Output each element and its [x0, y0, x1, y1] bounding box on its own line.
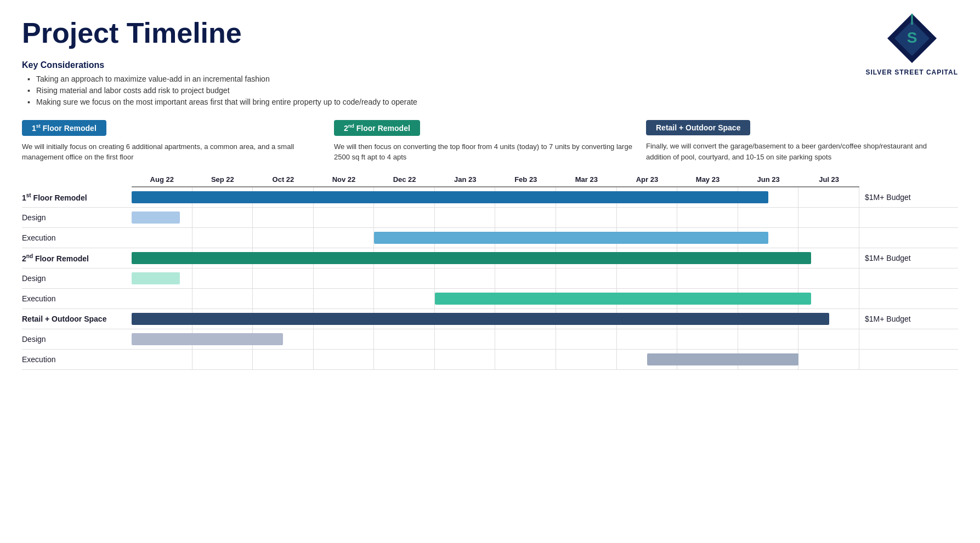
- gantt-bars-area-5: [132, 289, 859, 308]
- gantt-bar-3: [132, 252, 811, 264]
- gantt-row-4: Design: [22, 268, 958, 289]
- page-title: Project Timeline: [22, 16, 958, 49]
- gantt-row-8: Execution: [22, 350, 958, 370]
- month-header-4: Dec 22: [374, 173, 435, 187]
- gantt-bar-5: [435, 293, 811, 305]
- gantt-bars-area-4: [132, 268, 859, 288]
- gantt-row-label-7: Design: [22, 333, 132, 346]
- phase-badge-1: 1st Floor Remodel: [22, 120, 106, 136]
- month-header-5: Jan 23: [435, 173, 496, 187]
- gantt-section: Aug 22Sep 22Oct 22Nov 22Dec 22Jan 23Feb …: [22, 173, 958, 370]
- gantt-row-5: Execution: [22, 289, 958, 309]
- key-considerations-list: Taking an approach to maximize value-add…: [22, 75, 958, 106]
- phase-desc-3: Finally, we will convert the garage/base…: [646, 141, 947, 162]
- gantt-bars-area-7: [132, 329, 859, 349]
- bracket-icon: [851, 309, 862, 370]
- consideration-item: Rising material and labor costs add risk…: [27, 86, 958, 95]
- gantt-bars-area-8: [132, 350, 859, 369]
- gantt-bar-0: [132, 191, 768, 203]
- phase-desc-2: We will then focus on converting the top…: [334, 141, 635, 163]
- phase-headers: 1st Floor Remodel We will initially focu…: [22, 120, 958, 163]
- gantt-bars-area-1: [132, 208, 859, 227]
- month-header-2: Oct 22: [253, 173, 314, 187]
- bracket-icon: [851, 187, 862, 248]
- gantt-row-label-6: Retail + Outdoor Space: [22, 312, 132, 325]
- phase-col-3: Retail + Outdoor Space Finally, we will …: [646, 120, 958, 163]
- logo-area: S SILVER STREET CAPITAL: [865, 11, 958, 76]
- gantt-row-label-4: Design: [22, 272, 132, 285]
- month-header-10: Jun 23: [738, 173, 799, 187]
- budget-col-3: $1M+ Budget: [859, 254, 958, 262]
- gantt-row-2: Execution: [22, 228, 958, 248]
- gantt-bars-area-6: [132, 309, 859, 329]
- gantt-row-1: Design: [22, 208, 958, 228]
- gantt-row-label-2: Execution: [22, 231, 132, 244]
- gantt-bar-7: [132, 333, 283, 345]
- gantt-row-label-5: Execution: [22, 292, 132, 305]
- month-header-3: Nov 22: [314, 173, 375, 187]
- logo-icon: S: [885, 11, 939, 66]
- month-header-7: Mar 23: [556, 173, 617, 187]
- svg-text:S: S: [907, 29, 917, 46]
- gantt-bar-6: [132, 313, 829, 325]
- key-considerations: Key Considerations Taking an approach to…: [22, 60, 958, 106]
- gantt-bar-4: [132, 272, 180, 284]
- gantt-bar-1: [132, 212, 180, 224]
- month-header-9: May 23: [677, 173, 738, 187]
- gantt-row-6: Retail + Outdoor Space$1M+ Budget: [22, 309, 958, 329]
- key-considerations-heading: Key Considerations: [22, 60, 958, 70]
- gantt-row-label-8: Execution: [22, 353, 132, 366]
- gantt-row-7: Design: [22, 329, 958, 350]
- gantt-row-label-1: Design: [22, 211, 132, 224]
- gantt-header: Aug 22Sep 22Oct 22Nov 22Dec 22Jan 23Feb …: [22, 173, 958, 187]
- month-header-0: Aug 22: [132, 173, 192, 187]
- month-header-1: Sep 22: [192, 173, 253, 187]
- gantt-body: 1st Floor Remodel$1M+ Budget Design Exec…: [22, 187, 958, 370]
- gantt-row-label-3: 2nd Floor Remodel: [22, 251, 132, 265]
- gantt-row-label-0: 1st Floor Remodel: [22, 190, 132, 204]
- phase-col-2: 2nd Floor Remodel We will then focus on …: [334, 120, 646, 163]
- gantt-row-0: 1st Floor Remodel$1M+ Budget: [22, 187, 958, 208]
- gantt-bars-area-2: [132, 228, 859, 248]
- phase-badge-2: 2nd Floor Remodel: [334, 120, 420, 136]
- gantt-bars-area-0: [132, 187, 859, 207]
- gantt-months: Aug 22Sep 22Oct 22Nov 22Dec 22Jan 23Feb …: [132, 173, 859, 187]
- gantt-bar-8: [647, 353, 798, 365]
- month-header-8: Apr 23: [617, 173, 678, 187]
- consideration-item: Taking an approach to maximize value-add…: [27, 75, 958, 83]
- budget-col-6: $1M+ Budget: [859, 315, 958, 323]
- phase-col-1: 1st Floor Remodel We will initially focu…: [22, 120, 334, 163]
- phase-badge-3: Retail + Outdoor Space: [646, 120, 750, 135]
- gantt-row-3: 2nd Floor Remodel$1M+ Budget: [22, 248, 958, 268]
- gantt-bars-area-3: [132, 248, 859, 268]
- month-header-6: Feb 23: [495, 173, 556, 187]
- gantt-bar-2: [374, 232, 768, 244]
- month-header-11: Jul 23: [798, 173, 859, 187]
- bracket-icon: [851, 248, 862, 309]
- consideration-item: Making sure we focus on the most importa…: [27, 98, 958, 106]
- budget-col-0: $1M+ Budget: [859, 193, 958, 202]
- phase-desc-1: We will initially focus on creating 6 ad…: [22, 141, 323, 163]
